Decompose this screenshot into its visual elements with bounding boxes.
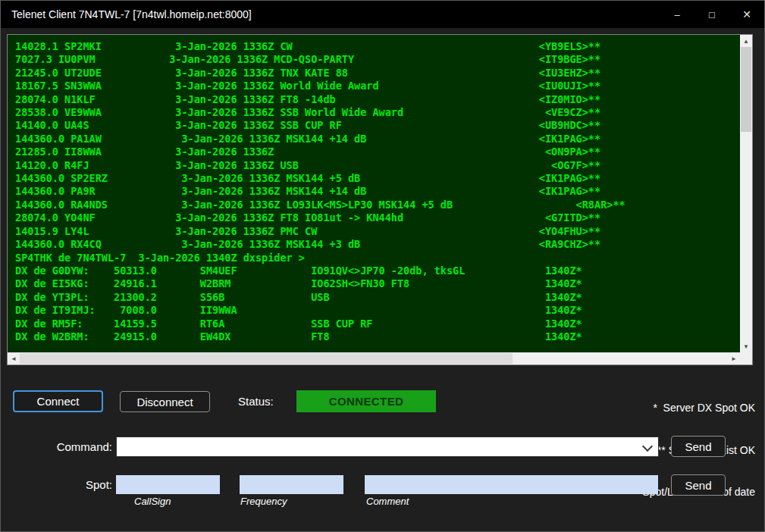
command-label: Command: <box>42 437 112 457</box>
spot-callsign-input[interactable] <box>116 475 220 494</box>
spot-label: Spot: <box>73 475 112 494</box>
spot-send-button[interactable]: Send <box>671 474 726 496</box>
status-badge: CONNECTED <box>296 390 436 412</box>
maximize-icon: □ <box>709 10 715 20</box>
minimize-button[interactable]: – <box>660 1 694 28</box>
chevron-down-icon[interactable] <box>642 441 653 452</box>
frequency-caption: Frequency <box>240 496 287 507</box>
spot-frequency-input[interactable] <box>240 475 343 494</box>
close-icon: ✕ <box>742 9 751 20</box>
title-bar[interactable]: Telenet Client 7N4TWL-7 [7n4twl.homeip.n… <box>1 1 764 28</box>
scrollbar-corner <box>740 352 752 365</box>
scroll-right-icon[interactable]: ► <box>728 352 740 365</box>
minimize-icon: – <box>674 10 679 20</box>
close-button[interactable]: ✕ <box>729 1 764 28</box>
callsign-caption: CallSign <box>134 496 171 507</box>
connect-button[interactable]: Connect <box>13 390 103 412</box>
horizontal-scrollbar-thumb[interactable] <box>20 353 513 364</box>
vertical-scrollbar-thumb[interactable] <box>741 47 751 132</box>
legend-spot-ok: * Server DX Spot OK <box>627 401 755 415</box>
scroll-left-icon[interactable]: ◄ <box>8 352 20 365</box>
window-title: Telenet Client 7N4TWL-7 [7n4twl.homeip.n… <box>11 1 252 28</box>
comment-caption: Comment <box>366 496 409 507</box>
command-input[interactable] <box>118 438 641 457</box>
vertical-scrollbar[interactable]: ▲ ▼ <box>740 35 752 352</box>
maximize-button[interactable]: □ <box>694 1 729 28</box>
spot-comment-input[interactable] <box>365 475 658 494</box>
command-send-button[interactable]: Send <box>671 436 726 457</box>
scroll-down-icon[interactable]: ▼ <box>740 340 752 352</box>
disconnect-button[interactable]: Disconnect <box>120 391 210 412</box>
terminal-output[interactable]: 14028.1 SP2MKI 3-Jan-2026 1336Z CW <YB9E… <box>8 35 740 352</box>
scroll-up-icon[interactable]: ▲ <box>740 35 752 47</box>
command-combobox <box>116 437 659 457</box>
status-label: Status: <box>238 391 274 412</box>
window-controls: – □ ✕ <box>660 1 764 28</box>
horizontal-scrollbar[interactable]: ◄ ► <box>8 352 740 365</box>
terminal: 14028.1 SP2MKI 3-Jan-2026 1336Z CW <YB9E… <box>7 34 753 365</box>
telnet-client-window: Telenet Client 7N4TWL-7 [7n4twl.homeip.n… <box>0 0 765 532</box>
